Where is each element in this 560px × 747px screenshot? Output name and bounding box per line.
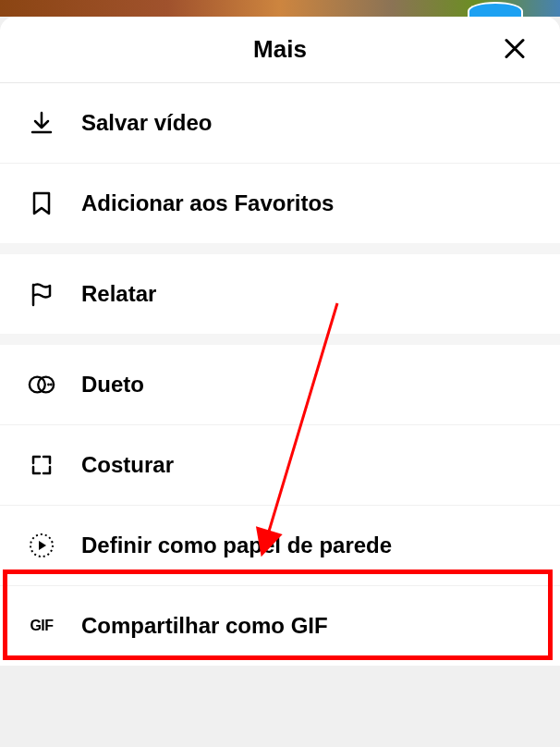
svg-point-2 bbox=[47, 384, 50, 386]
report-label: Relatar bbox=[81, 281, 156, 307]
close-button[interactable] bbox=[497, 31, 532, 68]
section-divider bbox=[0, 334, 560, 345]
wallpaper-icon bbox=[28, 532, 55, 559]
duet-item[interactable]: Dueto bbox=[0, 345, 560, 425]
download-icon bbox=[28, 109, 55, 137]
background-preview bbox=[0, 0, 560, 17]
stitch-label: Costurar bbox=[81, 452, 174, 478]
sheet-header: Mais bbox=[0, 17, 560, 83]
bookmark-icon bbox=[28, 190, 55, 217]
save-video-item[interactable]: Salvar vídeo bbox=[0, 83, 560, 164]
duet-label: Dueto bbox=[81, 372, 144, 398]
section-divider bbox=[0, 243, 560, 254]
add-favorites-item[interactable]: Adicionar aos Favoritos bbox=[0, 164, 560, 243]
set-wallpaper-label: Definir como papel de parede bbox=[81, 533, 392, 558]
save-video-label: Salvar vídeo bbox=[81, 110, 212, 136]
close-icon bbox=[505, 38, 525, 61]
svg-point-3 bbox=[50, 384, 53, 386]
flag-icon bbox=[28, 280, 55, 308]
more-options-sheet: Mais Salvar vídeo Adiciona bbox=[0, 17, 560, 666]
sheet-title: Mais bbox=[253, 35, 307, 64]
share-gif-label: Compartilhar como GIF bbox=[81, 613, 328, 639]
add-favorites-label: Adicionar aos Favoritos bbox=[81, 190, 334, 216]
stitch-icon bbox=[28, 451, 55, 479]
duet-icon bbox=[28, 371, 55, 398]
set-wallpaper-item[interactable]: Definir como papel de parede bbox=[0, 506, 560, 586]
stitch-item[interactable]: Costurar bbox=[0, 425, 560, 506]
report-item[interactable]: Relatar bbox=[0, 254, 560, 334]
gif-icon: GIF bbox=[28, 612, 55, 640]
share-gif-item[interactable]: GIF Compartilhar como GIF bbox=[0, 586, 560, 666]
